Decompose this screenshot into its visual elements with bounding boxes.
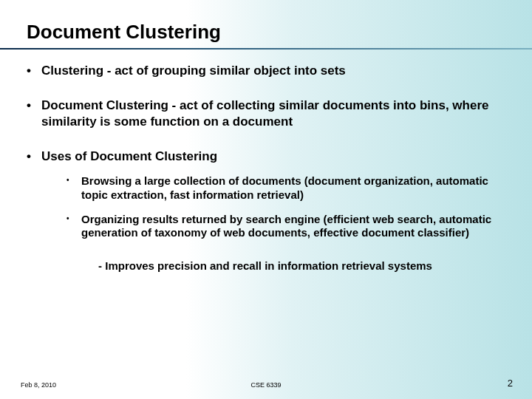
sub-bullet-text: Organizing results returned by search en… xyxy=(81,213,491,239)
sub-bullet-item: Organizing results returned by search en… xyxy=(41,213,510,241)
footer-course: CSE 6339 xyxy=(250,381,281,389)
sub-bullet-list: Browsing a large collection of documents… xyxy=(41,174,510,240)
slide-title: Document Clustering xyxy=(27,21,532,44)
bullet-text: Document Clustering - act of collecting … xyxy=(41,98,488,128)
sub-bullet-text: Browsing a large collection of documents… xyxy=(81,174,488,201)
bullet-item: Document Clustering - act of collecting … xyxy=(21,98,510,129)
bullet-text: Clustering - act of grouping similar obj… xyxy=(41,64,346,78)
title-block: Document Clustering xyxy=(0,0,532,44)
slide-body: Clustering - act of grouping similar obj… xyxy=(0,50,532,272)
slide: Document Clustering Clustering - act of … xyxy=(0,0,532,399)
bullet-list: Clustering - act of grouping similar obj… xyxy=(21,63,510,240)
footer-page-number: 2 xyxy=(508,378,513,389)
bullet-item: Uses of Document Clustering Browsing a l… xyxy=(21,149,510,240)
footer-date: Feb 8, 2010 xyxy=(21,381,56,389)
bullet-item: Clustering - act of grouping similar obj… xyxy=(21,63,510,78)
bullet-text: Uses of Document Clustering xyxy=(41,149,217,163)
note-line: - Improves precision and recall in infor… xyxy=(21,259,510,272)
sub-bullet-item: Browsing a large collection of documents… xyxy=(41,174,510,202)
